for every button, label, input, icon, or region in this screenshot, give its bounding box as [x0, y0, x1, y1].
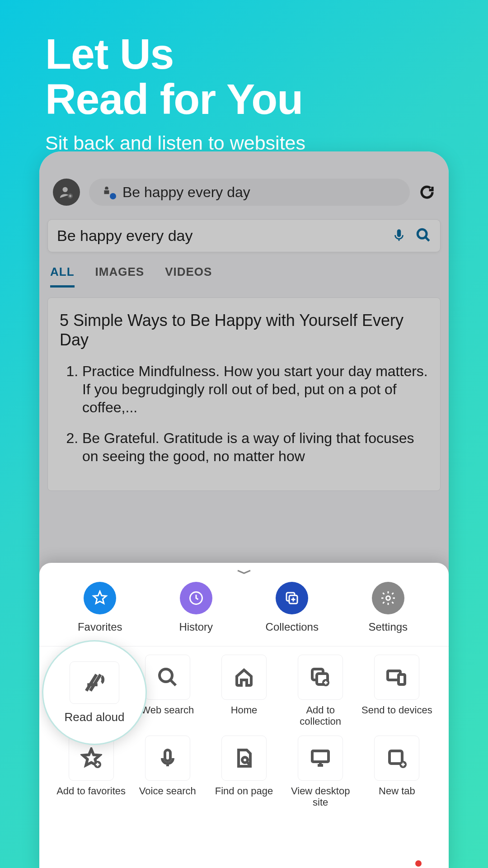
grid-send-devices[interactable]: Send to devices [361, 655, 432, 727]
send-devices-icon [386, 666, 408, 688]
mic-button[interactable] [391, 227, 407, 245]
notification-dot-icon [415, 860, 422, 867]
history-icon [188, 590, 204, 606]
svg-rect-17 [312, 751, 328, 762]
quick-history[interactable]: History [162, 582, 230, 633]
reload-button[interactable] [419, 184, 435, 200]
result-list: Practice Mindfulness. How you start your… [60, 362, 428, 465]
result-list-item: Practice Mindfulness. How you start your… [82, 362, 428, 416]
gear-icon [380, 590, 396, 606]
quick-settings[interactable]: Settings [354, 582, 422, 633]
svg-rect-13 [399, 675, 405, 684]
search-icon [157, 666, 178, 688]
tab-videos[interactable]: VIDEOS [165, 265, 212, 288]
tab-all[interactable]: ALL [50, 265, 75, 288]
mic-icon [157, 747, 178, 769]
read-aloud-highlight[interactable]: Read aloud [42, 640, 147, 745]
url-text: Be happy every day [122, 184, 250, 201]
chevron-down-icon [236, 569, 252, 575]
sheet-handle[interactable] [235, 569, 253, 575]
reload-icon [419, 184, 435, 200]
quick-collections[interactable]: Collections [258, 582, 326, 633]
grid-add-collection[interactable]: Add to collection [285, 655, 356, 727]
search-button[interactable] [416, 227, 431, 245]
result-title: 5 Simple Ways to Be Happy with Yourself … [60, 311, 428, 349]
grid-new-tab[interactable]: New tab [361, 736, 432, 808]
star-plus-icon [80, 747, 102, 769]
star-icon [92, 590, 108, 606]
result-card[interactable]: 5 Simple Ways to Be Happy with Yourself … [47, 297, 441, 491]
svg-point-8 [160, 669, 172, 682]
profile-avatar[interactable] [53, 179, 80, 206]
svg-rect-18 [389, 751, 402, 764]
svg-rect-2 [397, 229, 401, 237]
phone-frame: Be happy every day Be happy every day AL… [39, 151, 449, 868]
add-collection-icon [310, 666, 331, 688]
grid-home[interactable]: Home [208, 655, 279, 727]
bottom-sheet: Favorites History Collections Settings [39, 563, 449, 868]
tab-images[interactable]: IMAGES [95, 265, 145, 288]
grid-voice-search[interactable]: Voice search [132, 736, 203, 808]
site-lock-icon [102, 186, 114, 198]
find-page-icon [233, 747, 255, 769]
collections-icon [284, 590, 300, 606]
search-box[interactable]: Be happy every day [47, 219, 441, 252]
person-plus-icon [59, 184, 74, 200]
search-tabs: ALL IMAGES VIDEOS [39, 252, 449, 288]
search-query-text: Be happy every day [57, 227, 382, 245]
search-icon [416, 227, 431, 243]
svg-point-3 [418, 229, 427, 238]
browser-topbar: Be happy every day [39, 151, 449, 215]
hero-title: Let Us Read for You [45, 32, 443, 122]
new-tab-icon [386, 747, 408, 769]
desktop-icon [310, 747, 331, 769]
home-icon [233, 666, 255, 688]
quick-actions-row: Favorites History Collections Settings [39, 579, 449, 646]
grid-view-desktop[interactable]: View desktop site [285, 736, 356, 808]
quick-favorites[interactable]: Favorites [66, 582, 134, 633]
svg-point-0 [63, 187, 68, 192]
result-list-item: Be Grateful. Gratitude is a way of livin… [82, 429, 428, 465]
sheet-grid-area: Read aloud Web search Home Add to coll [39, 646, 449, 817]
grid-find-on-page[interactable]: Find on page [208, 736, 279, 808]
svg-rect-15 [165, 750, 170, 761]
url-bar[interactable]: Be happy every day [89, 179, 410, 206]
read-aloud-icon [82, 670, 107, 695]
grid-add-favorites[interactable]: Add to favorites [56, 736, 127, 808]
svg-point-7 [386, 596, 390, 600]
mic-icon [391, 227, 407, 243]
